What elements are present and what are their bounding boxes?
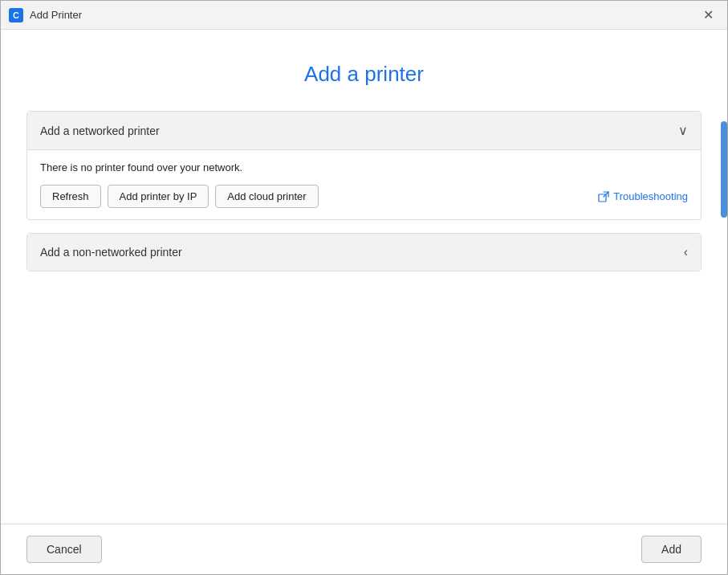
add-cloud-printer-button[interactable]: Add cloud printer bbox=[215, 185, 318, 208]
app-icon: C bbox=[9, 8, 23, 22]
cancel-button[interactable]: Cancel bbox=[26, 536, 102, 563]
no-printer-message: There is no printer found over your netw… bbox=[40, 161, 688, 173]
add-button[interactable]: Add bbox=[641, 536, 702, 563]
refresh-button[interactable]: Refresh bbox=[40, 185, 101, 208]
content-area: Add a printer Add a networked printer ∨ … bbox=[1, 30, 727, 574]
page-title: Add a printer bbox=[1, 30, 727, 111]
non-networked-chevron-icon: ‹ bbox=[684, 245, 688, 259]
non-networked-printer-title: Add a non-networked printer bbox=[40, 246, 182, 259]
external-link-icon bbox=[598, 191, 609, 202]
non-networked-printer-header[interactable]: Add a non-networked printer ‹ bbox=[27, 234, 701, 271]
main-content: Add a networked printer ∨ There is no pr… bbox=[1, 111, 727, 524]
add-printer-window: C Add Printer ✕ Add a printer Add a netw… bbox=[0, 0, 728, 575]
add-printer-by-ip-button[interactable]: Add printer by IP bbox=[108, 185, 209, 208]
networked-printer-header[interactable]: Add a networked printer ∨ bbox=[27, 112, 701, 149]
networked-chevron-icon: ∨ bbox=[678, 123, 688, 138]
networked-printer-body: There is no printer found over your netw… bbox=[27, 149, 701, 219]
title-bar-left: C Add Printer bbox=[9, 8, 82, 22]
action-row: Refresh Add printer by IP Add cloud prin… bbox=[40, 185, 688, 208]
scrollbar[interactable] bbox=[721, 121, 727, 218]
title-bar: C Add Printer ✕ bbox=[1, 1, 727, 30]
footer: Cancel Add bbox=[1, 524, 727, 574]
close-button[interactable]: ✕ bbox=[697, 4, 719, 27]
networked-printer-section: Add a networked printer ∨ There is no pr… bbox=[26, 111, 702, 220]
networked-printer-title: Add a networked printer bbox=[40, 124, 160, 137]
window-title: Add Printer bbox=[30, 9, 82, 21]
non-networked-printer-section: Add a non-networked printer ‹ bbox=[26, 233, 702, 271]
troubleshooting-label: Troubleshooting bbox=[613, 190, 688, 202]
troubleshooting-link[interactable]: Troubleshooting bbox=[598, 190, 688, 202]
